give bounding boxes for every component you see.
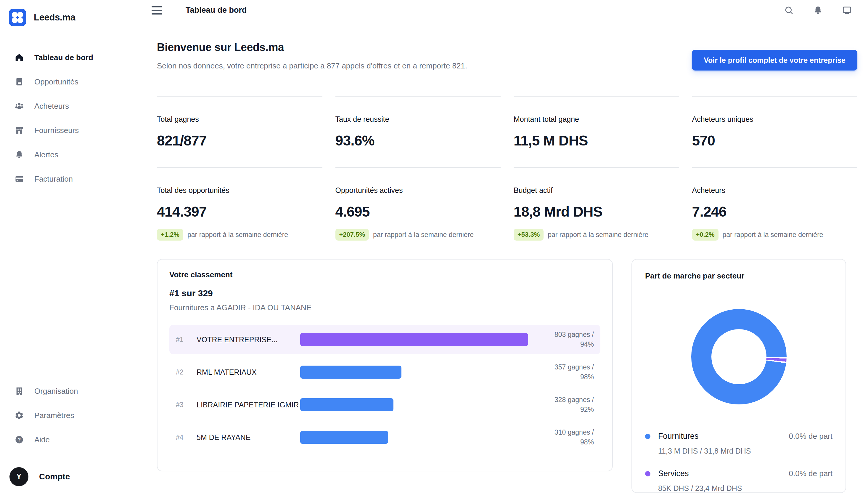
stat-change-badge: +207.5%	[336, 229, 369, 240]
sidebar-item-label: Organisation	[35, 387, 78, 396]
rank-number: #3	[176, 401, 197, 409]
rank-value: 328 gagnes / 92%	[542, 395, 594, 415]
stat-label: Acheteurs uniques	[692, 115, 858, 124]
market-legend: Fournitures0.0% de part11,3 M DHS / 31,8…	[645, 432, 832, 493]
users-icon	[14, 101, 24, 111]
brand[interactable]: Leeds.ma	[0, 0, 132, 35]
stat-card: Opportunités actives4.695+207.5%par rapp…	[336, 168, 501, 244]
clover-icon	[9, 9, 26, 26]
market-donut-chart	[691, 309, 786, 404]
rank-company-name: VOTRE ENTREPRISE...	[197, 335, 300, 344]
rank-value: 310 gagnes / 98%	[542, 428, 594, 447]
brand-name: Leeds.ma	[34, 12, 75, 23]
topbar: Tableau de bord	[132, 0, 868, 20]
rank-value: 803 gagnes / 94%	[542, 330, 594, 349]
rank-number: #1	[176, 336, 197, 344]
legend-item: Services0.0% de part85K DHS / 23,4 Mrd D…	[645, 469, 832, 493]
rank-company-name: 5M DE RAYANE	[197, 433, 300, 442]
welcome-subtitle: Selon nos donnees, votre entreprise a pa…	[157, 61, 467, 70]
stat-card: Budget actif18,8 Mrd DHS+53.3%par rappor…	[513, 168, 679, 244]
avatar: Y	[9, 467, 28, 486]
sidebar-item-tableau-de-bord[interactable]: Tableau de bord	[10, 49, 124, 66]
stat-card: Acheteurs uniques570	[692, 96, 858, 168]
donut-hole	[711, 329, 767, 384]
stat-label: Budget actif	[513, 186, 679, 195]
gear-icon	[14, 410, 24, 421]
stat-card: Total des opportunités414.397+1.2%par ra…	[157, 168, 322, 244]
stat-card: Montant total gagne11,5 M DHS	[513, 96, 679, 168]
stat-card: Acheteurs7.246+0.2%par rapport à la sema…	[692, 168, 858, 244]
stat-label: Opportunités actives	[336, 186, 501, 195]
stat-card: Total gagnes821/877	[157, 96, 322, 168]
rank-bar-track	[300, 333, 542, 346]
sidebar-item-facturation[interactable]: Facturation	[10, 170, 124, 188]
content: Bienvenue sur Leeds.ma Selon nos donnees…	[132, 20, 868, 493]
ranking-subtitle: Fournitures a AGADIR - IDA OU TANANE	[169, 303, 600, 312]
main-area: Tableau de bord	[132, 0, 868, 493]
stat-change-caption: par rapport à la semaine dernière	[373, 231, 474, 239]
rank-bar-track	[300, 366, 542, 379]
sidebar-item-label: Facturation	[35, 174, 73, 184]
panels-row: Votre classement #1 sur 329 Fournitures …	[157, 259, 857, 493]
stat-change-caption: par rapport à la semaine dernière	[548, 231, 648, 239]
document-icon	[14, 77, 24, 87]
stat-change-caption: par rapport à la semaine dernière	[723, 231, 823, 239]
stat-value: 7.246	[692, 203, 858, 220]
sidebar-nav: Tableau de bordOpportunitésAcheteursFour…	[0, 35, 132, 188]
legend-amounts: 11,3 M DHS / 31,8 Mrd DHS	[645, 447, 832, 455]
rank-bar	[300, 398, 393, 411]
sidebar: Leeds.ma Tableau de bordOpportunitésAche…	[0, 0, 132, 493]
page-title: Tableau de bord	[186, 6, 247, 15]
stat-label: Montant total gagne	[513, 115, 679, 124]
rank-bar	[300, 366, 402, 379]
sidebar-item-aide[interactable]: ?Aide	[10, 431, 124, 449]
ranking-row: #3LIBRAIRIE PAPETERIE IGMIR328 gagnes / …	[169, 390, 600, 420]
market-share-panel: Part de marche par secteur Fournitures0.…	[632, 259, 846, 493]
sidebar-item-fournisseurs[interactable]: Fournisseurs	[10, 122, 124, 139]
rank-company-name: LIBRAIRIE PAPETERIE IGMIR	[197, 401, 300, 409]
search-icon[interactable]	[783, 5, 795, 16]
sidebar-item-alertes[interactable]: Alertes	[10, 146, 124, 164]
sidebar-item-label: Paramètres	[35, 411, 74, 420]
sidebar-item-label: Fournisseurs	[35, 126, 79, 135]
menu-icon[interactable]	[152, 6, 162, 15]
store-icon	[14, 125, 24, 135]
stat-change-badge: +1.2%	[157, 229, 183, 240]
stat-change-badge: +53.3%	[513, 229, 544, 240]
sidebar-item-label: Tableau de bord	[35, 53, 93, 62]
stat-value: 414.397	[157, 203, 322, 220]
building-icon	[14, 386, 24, 396]
sidebar-footer-nav: OrganisationParamètres?Aide	[0, 382, 132, 460]
rank-bar	[300, 333, 528, 346]
ranking-row: #45M DE RAYANE310 gagnes / 98%	[169, 423, 600, 452]
card-icon	[14, 174, 24, 184]
stat-change-row: +53.3%par rapport à la semaine dernière	[513, 229, 679, 240]
sidebar-item-param-tres[interactable]: Paramètres	[10, 406, 124, 424]
sidebar-item-label: Alertes	[35, 150, 58, 159]
sidebar-item-opportunit-s[interactable]: Opportunités	[10, 73, 124, 91]
account-row[interactable]: Y Compte	[0, 460, 132, 493]
stat-card: Taux de reussite93.6%	[336, 96, 501, 168]
topbar-divider	[175, 4, 175, 17]
stat-value: 11,5 M DHS	[513, 132, 679, 149]
sidebar-item-label: Opportunités	[35, 77, 78, 87]
legend-dot-icon	[645, 471, 650, 476]
rank-bar	[300, 431, 388, 444]
view-profile-button[interactable]: Voir le profil complet de votre entrepri…	[692, 50, 857, 70]
svg-text:?: ?	[18, 437, 21, 443]
ranking-position: #1 sur 329	[169, 288, 600, 298]
home-icon	[14, 52, 24, 63]
monitor-icon[interactable]	[841, 5, 852, 16]
sidebar-item-organisation[interactable]: Organisation	[10, 382, 124, 400]
stat-value: 821/877	[157, 132, 322, 149]
dashboard-app: Leeds.ma Tableau de bordOpportunitésAche…	[0, 0, 868, 493]
rank-value: 357 gagnes / 98%	[542, 362, 594, 382]
stat-change-row: +0.2%par rapport à la semaine dernière	[692, 229, 858, 240]
stat-change-row: +207.5%par rapport à la semaine dernière	[336, 229, 501, 240]
legend-share: 0.0% de part	[789, 469, 832, 478]
sidebar-item-acheteurs[interactable]: Acheteurs	[10, 97, 124, 115]
legend-item: Fournitures0.0% de part11,3 M DHS / 31,8…	[645, 432, 832, 455]
stat-value: 18,8 Mrd DHS	[513, 203, 679, 220]
ranking-row: #2RML MATERIAUX357 gagnes / 98%	[169, 357, 600, 387]
bell-icon[interactable]	[812, 5, 824, 16]
